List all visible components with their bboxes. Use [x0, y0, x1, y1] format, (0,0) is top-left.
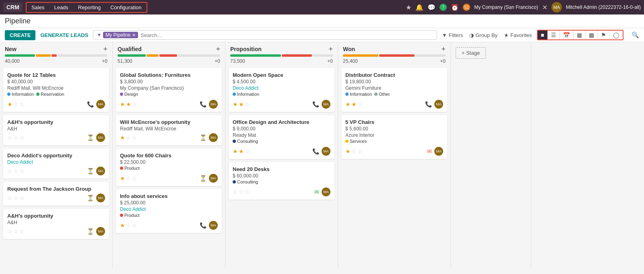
card-stars[interactable]: ☆☆☆	[7, 134, 25, 141]
chat-icon[interactable]: 💬	[427, 4, 436, 11]
card-stars[interactable]: ★☆☆	[120, 134, 137, 141]
clock-icon[interactable]: ⏳	[87, 134, 94, 141]
progress-segment	[379, 54, 415, 57]
kanban-card[interactable]: Quote for 12 Tables $ 40,000.00 Rediff M…	[3, 68, 109, 112]
search-tag-remove[interactable]: ✕	[132, 33, 136, 38]
phone-icon[interactable]: 📞	[200, 101, 206, 107]
kanban-card[interactable]: Info about services $ 25,000.00 Deco Add…	[116, 189, 222, 233]
phone-icon[interactable]: 📞	[87, 101, 94, 107]
kanban-card[interactable]: Will McEncroe's opportunity Rediff Mail,…	[116, 115, 222, 145]
view-grid-btn[interactable]: ▦	[574, 31, 586, 39]
kanban-card[interactable]: A&H's opportunity A&H ☆☆☆ ⏳ MA	[3, 209, 109, 239]
menu-item-sales[interactable]: Sales	[27, 3, 50, 12]
card-avatar[interactable]: MA	[209, 221, 218, 230]
filters-button[interactable]: ▼ Filters	[442, 32, 463, 38]
card-avatar[interactable]: MA	[96, 133, 105, 142]
menu-item-configuration[interactable]: Configuration	[105, 3, 146, 12]
kanban-card[interactable]: Quote for 600 Chairs $ 22,500.00 Product…	[116, 148, 222, 186]
card-avatar[interactable]: MA	[96, 227, 105, 236]
clock-icon[interactable]: ⏳	[87, 228, 94, 235]
add-card-button-won[interactable]: +	[441, 45, 446, 53]
card-avatar[interactable]: MA	[96, 167, 105, 175]
card-avatar[interactable]: MA	[322, 147, 330, 156]
view-kanban-btn[interactable]: ■	[538, 31, 548, 39]
card-stars[interactable]: ★★☆	[345, 101, 363, 107]
card-avatar[interactable]: MA	[434, 100, 443, 109]
search-input[interactable]	[138, 32, 433, 38]
tag-dot	[233, 180, 236, 183]
user-avatar[interactable]: MA	[551, 2, 562, 12]
close-icon[interactable]: ✕	[542, 4, 547, 11]
email-icon[interactable]: ✉	[427, 148, 432, 155]
card-stars[interactable]: ☆☆☆	[7, 195, 25, 201]
company-name[interactable]: My Company (San Francisco)	[474, 4, 538, 10]
card-avatar[interactable]: MA	[322, 187, 330, 196]
search-field[interactable]: ▼ My Pipeline ✕	[93, 30, 437, 40]
phone-icon[interactable]: 📞	[200, 222, 206, 229]
card-stars[interactable]: ☆☆☆	[7, 168, 25, 174]
tag-dot	[120, 167, 123, 170]
bell-icon[interactable]: 🔔	[415, 4, 423, 11]
user-name[interactable]: Mitchell Admin (20222372-16-0-all)	[566, 4, 641, 10]
clock-icon[interactable]: ⏰	[451, 4, 459, 11]
view-settings-btn[interactable]: ◯	[610, 31, 623, 39]
card-avatar[interactable]: MA	[209, 100, 218, 109]
app-logo[interactable]: CRM	[3, 2, 23, 12]
kanban-card[interactable]: Distributor Contract $ 19,800.00 Gemini …	[341, 68, 447, 112]
favorites-button[interactable]: ★ Favorites	[504, 32, 532, 38]
card-company[interactable]: Deco Addict	[120, 206, 218, 212]
add-stage-button[interactable]: + Stage	[456, 47, 486, 59]
kanban-col-new: New + 40,000 +0 Quote for 12 Tables $ 40…	[0, 42, 113, 268]
phone-icon[interactable]: 📞	[312, 101, 319, 107]
groupby-button[interactable]: ◑ Group By	[469, 32, 497, 38]
view-map-btn[interactable]: ⚑	[598, 31, 610, 39]
card-stars[interactable]: ★☆☆	[120, 222, 137, 229]
add-card-button-proposition[interactable]: +	[328, 45, 333, 53]
card-stars[interactable]: ☆☆☆	[233, 189, 250, 195]
clock-icon[interactable]: ⏳	[200, 175, 206, 181]
card-icons: ⏳ MA	[87, 167, 105, 175]
card-avatar[interactable]: MA	[322, 100, 330, 109]
add-card-button-qualified[interactable]: +	[216, 45, 220, 53]
view-calendar-btn[interactable]: 📅	[560, 31, 574, 39]
card-company[interactable]: Deco Addict	[7, 159, 105, 165]
card-stars[interactable]: ★★☆	[233, 101, 250, 107]
card-stars[interactable]: ★☆☆	[345, 148, 363, 155]
card-stars[interactable]: ★☆☆	[120, 175, 137, 181]
card-stars[interactable]: ★★☆	[233, 148, 250, 155]
card-avatar[interactable]: MA	[209, 133, 218, 142]
clock-icon[interactable]: ⏳	[200, 134, 206, 141]
star-icon[interactable]: ★	[406, 4, 411, 11]
menu-item-reporting[interactable]: Reporting	[73, 3, 105, 12]
kanban-card[interactable]: Office Design and Architecture $ 9,000.0…	[229, 115, 334, 159]
kanban-card[interactable]: 5 VP Chairs $ 5,600.00 Azure Interior Se…	[341, 115, 447, 159]
card-avatar[interactable]: MA	[96, 194, 105, 202]
card-avatar[interactable]: MA	[96, 100, 105, 109]
clock-icon[interactable]: ⏳	[87, 168, 94, 174]
star-3: ☆	[132, 134, 137, 141]
card-stars[interactable]: ★★☆	[120, 101, 137, 107]
view-list-btn[interactable]: ☰	[548, 31, 560, 39]
card-avatar[interactable]: MA	[434, 147, 443, 156]
create-button[interactable]: CREATE	[5, 30, 35, 40]
generate-leads-button[interactable]: GENERATE LEADS	[40, 32, 88, 38]
card-company[interactable]: Deco Addict	[233, 85, 330, 91]
card-stars[interactable]: ★☆☆	[7, 101, 25, 107]
kanban-card[interactable]: Deco Addict's opportunity Deco Addict ☆☆…	[3, 148, 109, 179]
card-stars[interactable]: ☆☆☆	[7, 228, 25, 235]
tag-dot	[345, 140, 349, 143]
kanban-card[interactable]: Need 20 Desks $ 60,000.00 Consulting ☆☆☆…	[229, 162, 334, 200]
email-icon[interactable]: ✉	[314, 189, 319, 195]
add-card-button-new[interactable]: +	[103, 45, 107, 53]
kanban-card[interactable]: Global Solutions: Furnitures $ 3,800.00 …	[116, 68, 222, 112]
kanban-card[interactable]: Request from The Jackson Group ☆☆☆ ⏳ MA	[3, 182, 109, 206]
phone-icon[interactable]: 📞	[312, 148, 319, 155]
menu-item-leads[interactable]: Leads	[49, 3, 73, 12]
kanban-card[interactable]: A&H's opportunity A&H ☆☆☆ ⏳ MA	[3, 115, 109, 145]
phone-icon[interactable]: 📞	[425, 101, 432, 107]
search-magnifier-icon[interactable]: 🔍	[632, 31, 639, 39]
clock-icon[interactable]: ⏳	[87, 195, 94, 201]
view-chart-btn[interactable]: ▩	[586, 31, 598, 39]
kanban-card[interactable]: Modern Open Space $ 4,500.00 Deco Addict…	[229, 68, 334, 112]
card-avatar[interactable]: MA	[209, 174, 218, 183]
